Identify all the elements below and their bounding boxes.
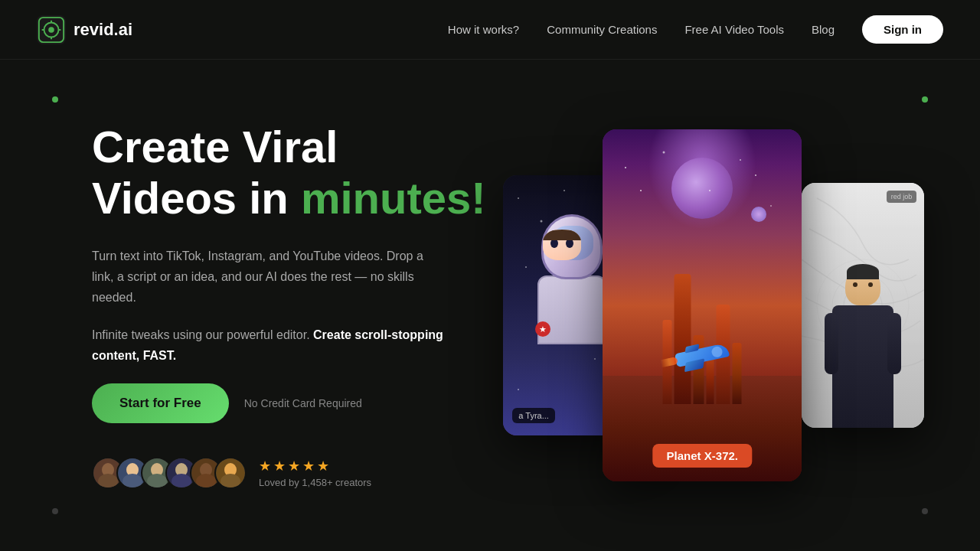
svg-point-33 (594, 358, 596, 360)
nav-free-ai-video-tools[interactable]: Free AI Video Tools (684, 23, 784, 36)
video-card-center: Planet X-372. (603, 129, 802, 481)
star-2: ★ (273, 458, 286, 474)
dot-top-right (922, 96, 928, 103)
hero-title-line2-plain: Videos in (92, 173, 301, 223)
video-card-right: red job (802, 183, 924, 428)
star-1: ★ (259, 458, 271, 474)
nav-blog[interactable]: Blog (812, 23, 835, 36)
hero-title: Create Viral Videos in minutes! (92, 122, 486, 223)
logo[interactable]: revid.ai (37, 15, 132, 44)
dot-bottom-right (922, 508, 928, 514)
svg-point-35 (625, 167, 626, 168)
navbar: revid.ai How it works? Community Creatio… (0, 0, 980, 60)
no-credit-card-label: No Credit Card Required (244, 397, 362, 409)
hero-left: Create Viral Videos in minutes! Turn tex… (92, 122, 486, 488)
svg-point-36 (663, 152, 665, 154)
card-right-inner: red job (802, 183, 924, 428)
rating-info: ★ ★ ★ ★ ★ Loved by 1,458+ creators (259, 458, 371, 488)
small-planet (751, 207, 766, 222)
star-3: ★ (288, 458, 300, 474)
social-proof: ★ ★ ★ ★ ★ Loved by 1,458+ creators (92, 457, 486, 489)
svg-point-26 (518, 197, 519, 199)
rock-formations (663, 274, 742, 404)
avatar-6 (214, 457, 247, 489)
svg-point-37 (755, 174, 756, 176)
avatar-group (92, 457, 247, 489)
svg-point-38 (770, 205, 772, 207)
dot-bottom-left (52, 508, 58, 514)
hero-title-highlight: minutes! (301, 173, 486, 223)
dot-top-left (52, 96, 58, 103)
card-center-caption: Planet X-372. (653, 444, 752, 468)
portrait-person (825, 267, 901, 428)
svg-point-39 (640, 190, 642, 191)
card-left-label: a Tyra... (512, 408, 555, 423)
card-center-inner: Planet X-372. (603, 129, 802, 481)
nav-links: How it works? Community Creations Free A… (448, 15, 943, 44)
star-rating: ★ ★ ★ ★ ★ (259, 458, 371, 474)
hero-description: Turn text into TikTok, Instagram, and Yo… (92, 246, 444, 308)
svg-point-40 (740, 159, 741, 161)
svg-point-34 (518, 389, 519, 390)
hero-right: ★ a Tyra... (486, 90, 919, 520)
nav-how-it-works[interactable]: How it works? (448, 23, 519, 36)
moon (671, 158, 733, 219)
svg-point-3 (48, 27, 54, 33)
star-5: ★ (317, 458, 329, 474)
loved-text: Loved by 1,458+ creators (259, 477, 371, 488)
sci-fi-background: Planet X-372. (603, 129, 802, 481)
signin-button[interactable]: Sign in (862, 15, 943, 44)
star-4: ★ (302, 458, 315, 474)
svg-point-28 (564, 190, 565, 191)
nav-community-creations[interactable]: Community Creations (547, 23, 657, 36)
hero-title-line1: Create Viral (92, 122, 338, 171)
card-right-label: red job (887, 191, 917, 203)
hero-cta: Start for Free No Credit Card Required (92, 383, 486, 423)
logo-text: revid.ai (74, 20, 132, 40)
hero-description-extra: Infinite tweaks using our powerful edito… (92, 324, 444, 366)
main-content: Create Viral Videos in minutes! Turn tex… (0, 60, 980, 551)
logo-icon (37, 15, 66, 44)
start-for-free-button[interactable]: Start for Free (92, 383, 229, 423)
